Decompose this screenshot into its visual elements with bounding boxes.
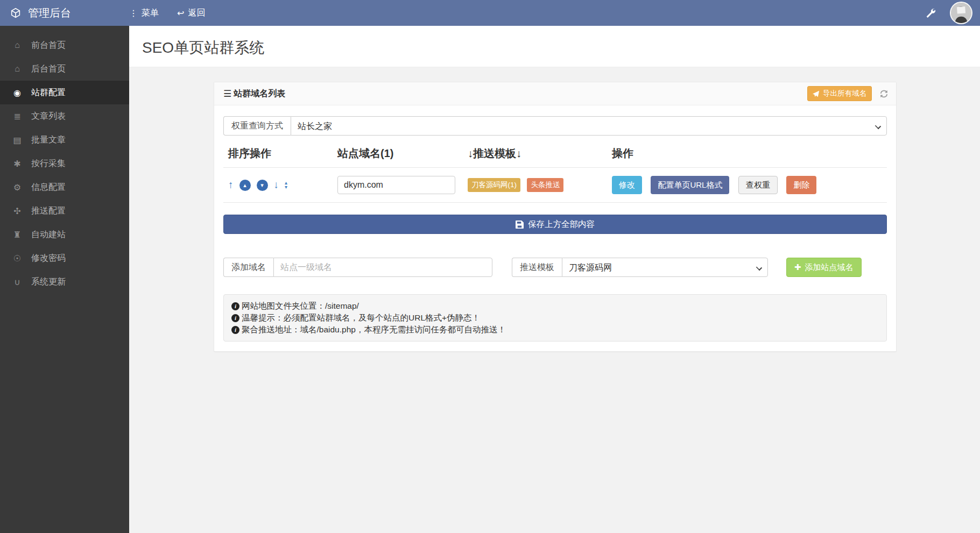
push-template-label: 推送模板 [512, 258, 562, 277]
globe-icon: ◉ [12, 88, 23, 98]
sidebar-item-info-config[interactable]: ⚙ 信息配置 [0, 175, 129, 199]
move-down-icon[interactable]: ▾ [257, 180, 268, 191]
return-arrow-icon: ↩ [177, 8, 184, 18]
asterisk-icon: ✱ [12, 159, 23, 169]
delete-button[interactable]: 删除 [786, 176, 816, 194]
info-icon: i [231, 326, 239, 334]
navbar-right [925, 2, 980, 24]
sidebar-item-label: 文章列表 [31, 111, 66, 122]
check-weight-button[interactable]: 查权重 [738, 176, 778, 194]
sidebar-item-push-config[interactable]: ✣ 推送配置 [0, 199, 129, 223]
hamburger-icon: ☰ [223, 88, 231, 100]
push-template-select-wrap: 刀客源码网 [562, 258, 768, 277]
sort-controls: ↑ ▴ ▾ ↓ ▴ ▾ [228, 179, 337, 191]
cube-icon [10, 7, 22, 19]
sidebar-item-auto-build[interactable]: ♜ 自动建站 [0, 223, 129, 246]
wrench-icon[interactable] [925, 8, 936, 18]
refresh-icon[interactable] [879, 89, 889, 98]
sidebar-item-label: 站群配置 [31, 87, 66, 98]
info-icon: i [231, 314, 239, 322]
note-sitemap: i 网站地图文件夹位置：/sitemap/ [231, 300, 879, 312]
sort-toggle-icon[interactable]: ▴ ▾ [285, 181, 287, 189]
sidebar-item-back-home[interactable]: ⌂ 后台首页 [0, 57, 129, 81]
paw-icon: ✣ [12, 206, 23, 216]
page-title: SEO单页站群系统 [142, 38, 980, 58]
sidebar: ⌂ 前台首页 ⌂ 后台首页 ◉ 站群配置 ≣ 文章列表 ▤ 批量文章 ✱ 按行采… [0, 26, 129, 533]
template-cell: 刀客源码网(1) 头条推送 [468, 178, 612, 192]
note-text: 网站地图文件夹位置：/sitemap/ [242, 300, 359, 312]
save-all-button[interactable]: 保存上方全部内容 [223, 215, 887, 234]
move-top-icon[interactable]: ↑ [228, 179, 234, 191]
sidebar-item-label: 信息配置 [31, 182, 66, 193]
template-badge[interactable]: 刀客源码网(1) [468, 178, 520, 192]
menu-label: 菜单 [142, 8, 159, 19]
col-header-actions: 操作 [612, 146, 887, 161]
move-bottom-icon[interactable]: ↓ [274, 179, 279, 191]
actions-cell: 修改 配置单页URL格式 查权重 删除 [612, 176, 887, 194]
update-icon: ∪ [12, 277, 23, 287]
sidebar-item-label: 自动建站 [31, 229, 66, 240]
edit-button[interactable]: 修改 [612, 176, 642, 194]
sidebar-item-label: 按行采集 [31, 158, 66, 169]
home-icon: ⌂ [12, 40, 23, 50]
col-header-domain: 站点域名(1) [337, 146, 468, 161]
paper-plane-icon [813, 90, 820, 97]
panel-header: ☰ 站群域名列表 导出所有域名 [214, 82, 896, 105]
sidebar-item-site-group-config[interactable]: ◉ 站群配置 [0, 81, 129, 104]
info-icon: i [231, 302, 239, 310]
sidebar-item-label: 修改密码 [31, 253, 66, 264]
main-area: SEO单页站群系统 ☰ 站群域名列表 导出所有域名 [129, 26, 980, 533]
weight-query-select-wrap: 站长之家 [291, 116, 887, 136]
col-header-template: ↓推送模板↓ [468, 146, 612, 161]
avatar-image [951, 2, 971, 24]
export-domains-button[interactable]: 导出所有域名 [807, 86, 872, 101]
push-badge[interactable]: 头条推送 [527, 178, 563, 192]
brand[interactable]: 管理后台 [0, 6, 129, 20]
table-row: ↑ ▴ ▾ ↓ ▴ ▾ 刀客 [223, 168, 887, 203]
panel-tools: 导出所有域名 [807, 86, 889, 101]
note-text: 温馨提示：必须配置站群域名，及每个站点的URL格式+伪静态！ [242, 312, 480, 324]
bank-icon: ♜ [12, 230, 23, 240]
top-navbar: 管理后台 ⋮ 菜单 ↩ 返回 [0, 0, 980, 26]
col-header-sort: 排序操作 [223, 146, 337, 161]
panel-title-label: 站群域名列表 [234, 88, 285, 100]
sidebar-item-article-list[interactable]: ≣ 文章列表 [0, 104, 129, 128]
user-avatar[interactable] [950, 2, 972, 24]
push-template-select[interactable]: 刀客源码网 [562, 258, 768, 277]
sidebar-item-system-update[interactable]: ∪ 系统更新 [0, 270, 129, 294]
table-header-row: 排序操作 站点域名(1) ↓推送模板↓ 操作 [223, 146, 887, 168]
move-up-icon[interactable]: ▴ [239, 180, 251, 191]
menu-dots-icon: ⋮ [129, 8, 138, 18]
add-site-domain-button[interactable]: ✚ 添加站点域名 [786, 258, 862, 277]
back-link[interactable]: ↩ 返回 [177, 8, 205, 19]
user-circle-icon: ☉ [12, 253, 23, 264]
weight-query-label: 权重查询方式 [223, 116, 291, 136]
sidebar-item-label: 系统更新 [31, 276, 66, 288]
add-site-domain-label: 添加站点域名 [805, 262, 854, 273]
page-header: SEO单页站群系统 [129, 26, 980, 67]
new-domain-input[interactable] [273, 258, 492, 277]
add-domain-label: 添加域名 [223, 258, 273, 277]
back-label: 返回 [188, 8, 205, 19]
sort-cell: ↑ ▴ ▾ ↓ ▴ ▾ [223, 179, 337, 191]
note-reminder: i 温馨提示：必须配置站群域名，及每个站点的URL格式+伪静态！ [231, 312, 879, 324]
gear-icon: ⚙ [12, 182, 23, 193]
configure-url-button[interactable]: 配置单页URL格式 [651, 176, 729, 194]
weight-query-group: 权重查询方式 站长之家 [223, 116, 887, 136]
domain-input[interactable] [337, 176, 455, 194]
menu-toggle[interactable]: ⋮ 菜单 [129, 8, 159, 19]
sidebar-item-line-collect[interactable]: ✱ 按行采集 [0, 152, 129, 175]
sidebar-item-batch-articles[interactable]: ▤ 批量文章 [0, 128, 129, 152]
sidebar-item-front-home[interactable]: ⌂ 前台首页 [0, 33, 129, 57]
domain-list-panel: ☰ 站群域名列表 导出所有域名 [214, 82, 897, 352]
panel-title: ☰ 站群域名列表 [223, 88, 285, 100]
sidebar-item-label: 后台首页 [31, 63, 66, 75]
add-domain-group: 添加域名 [223, 258, 492, 277]
book-icon: ▤ [12, 135, 23, 145]
sidebar-item-change-password[interactable]: ☉ 修改密码 [0, 246, 129, 270]
sidebar-item-label: 推送配置 [31, 205, 66, 217]
info-well: i 网站地图文件夹位置：/sitemap/ i 温馨提示：必须配置站群域名，及每… [223, 294, 887, 342]
floppy-icon [516, 221, 524, 229]
weight-query-select[interactable]: 站长之家 [291, 116, 887, 136]
home-icon: ⌂ [12, 64, 23, 74]
